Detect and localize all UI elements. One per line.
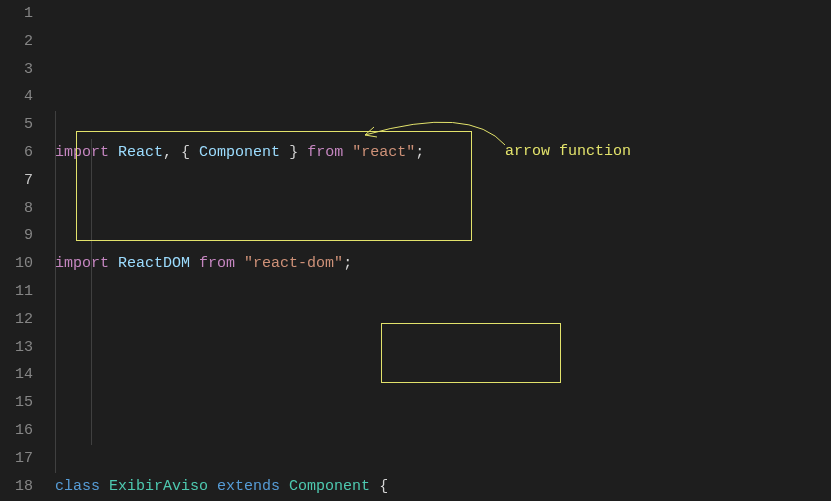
indent-guide xyxy=(91,139,92,445)
line-number: 16 xyxy=(0,417,33,445)
line-number: 9 xyxy=(0,222,33,250)
indent-guide xyxy=(55,111,56,473)
line-number: 12 xyxy=(0,306,33,334)
line-number: 18 xyxy=(0,473,33,501)
class-name: Component xyxy=(289,478,370,495)
code-line xyxy=(55,361,831,389)
keyword-import: import xyxy=(55,255,109,272)
line-number: 6 xyxy=(0,139,33,167)
identifier: Component xyxy=(199,144,280,161)
line-number: 15 xyxy=(0,389,33,417)
line-number: 8 xyxy=(0,195,33,223)
code-line: import React, { Component } from "react"… xyxy=(55,139,831,167)
line-number: 5 xyxy=(0,111,33,139)
keyword-from: from xyxy=(307,144,343,161)
line-number: 14 xyxy=(0,361,33,389)
line-number: 3 xyxy=(0,56,33,84)
identifier: React xyxy=(118,144,163,161)
line-number: 17 xyxy=(0,445,33,473)
line-number: 11 xyxy=(0,278,33,306)
identifier: ReactDOM xyxy=(118,255,190,272)
line-number: 10 xyxy=(0,250,33,278)
class-name: ExibirAviso xyxy=(109,478,208,495)
line-number: 2 xyxy=(0,28,33,56)
code-content[interactable]: import React, { Component } from "react"… xyxy=(55,0,831,501)
line-number: 13 xyxy=(0,334,33,362)
line-number: 7 xyxy=(0,167,33,195)
keyword-import: import xyxy=(55,144,109,161)
line-number: 1 xyxy=(0,0,33,28)
keyword-from: from xyxy=(199,255,235,272)
keyword-class: class xyxy=(55,478,100,495)
code-line: class ExibirAviso extends Component { xyxy=(55,473,831,501)
line-number-gutter: 1 2 3 4 5 6 7 8 9 10 11 12 13 14 15 16 1… xyxy=(0,0,55,501)
line-number: 4 xyxy=(0,83,33,111)
code-line: import ReactDOM from "react-dom"; xyxy=(55,250,831,278)
string-literal: "react" xyxy=(352,144,415,161)
string-literal: "react-dom" xyxy=(244,255,343,272)
keyword-extends: extends xyxy=(217,478,280,495)
code-editor[interactable]: 1 2 3 4 5 6 7 8 9 10 11 12 13 14 15 16 1… xyxy=(0,0,831,501)
annotation-label: arrow function xyxy=(505,138,631,166)
